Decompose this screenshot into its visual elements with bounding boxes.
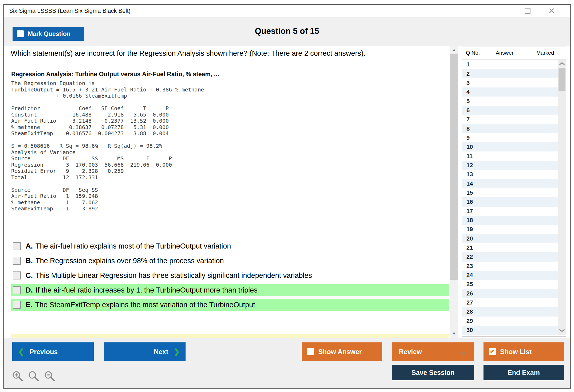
row-q-no: 12 <box>462 162 483 169</box>
question-list-row-30[interactable]: 30 <box>462 326 558 335</box>
maximize-button[interactable] <box>522 6 533 16</box>
option-checkbox[interactable] <box>13 271 21 279</box>
previous-button[interactable]: ❮ Previous <box>12 342 94 361</box>
question-list-scrollbar[interactable] <box>558 60 566 335</box>
option-e[interactable]: E.The SteamExitTemp explains the most va… <box>11 299 449 311</box>
question-list-row-14[interactable]: 14 <box>462 179 558 188</box>
content-scrollbar[interactable]: ▲ ▼ <box>450 46 458 338</box>
question-list-row-26[interactable]: 26 <box>462 289 558 298</box>
question-list-row-21[interactable]: 21 <box>462 243 558 252</box>
title-bar: Six Sigma LSSBB (Lean Six Sigma Black Be… <box>4 5 570 17</box>
option-c[interactable]: C.This Multiple Linear Regression has th… <box>11 270 449 281</box>
question-list-row-3[interactable]: 3 <box>462 78 558 87</box>
question-list-header: Q No. Answer Marked <box>462 46 566 60</box>
question-list-row-15[interactable]: 15 <box>462 188 558 197</box>
question-list-row-18[interactable]: 18 <box>462 216 558 225</box>
scroll-up-arrow-icon[interactable]: ▲ <box>450 47 458 52</box>
option-letter: B. <box>26 257 33 265</box>
row-q-no: 2 <box>462 70 483 77</box>
question-list-row-27[interactable]: 27 <box>462 298 558 307</box>
row-q-no: 11 <box>462 153 483 160</box>
scroll-down-arrow-icon[interactable]: ▼ <box>450 331 458 336</box>
zoom-controls <box>12 370 56 382</box>
question-content-area: Which statement(s) are incorrect for the… <box>4 46 450 338</box>
option-letter: A. <box>26 242 33 250</box>
content-scrollbar-thumb[interactable] <box>450 54 458 280</box>
option-checkbox[interactable] <box>13 286 21 294</box>
question-list-row-7[interactable]: 7 <box>462 115 558 124</box>
question-list-row-23[interactable]: 23 <box>462 262 558 271</box>
regression-analysis-title: Regression Analysis: Turbine Output vers… <box>11 71 219 78</box>
zoom-out-icon[interactable] <box>44 370 56 382</box>
question-list-row-28[interactable]: 28 <box>462 307 558 316</box>
show-list-label: Show List <box>500 348 532 356</box>
column-header-qno: Q No. <box>462 50 487 56</box>
zoom-in-icon[interactable] <box>12 370 23 382</box>
option-checkbox[interactable] <box>13 242 21 250</box>
option-b[interactable]: B.The Regression explains over 98% of th… <box>11 255 449 267</box>
question-list-row-5[interactable]: 5 <box>462 97 558 106</box>
option-checkbox[interactable] <box>13 257 21 265</box>
row-q-no: 4 <box>462 89 483 95</box>
question-list-row-29[interactable]: 29 <box>462 317 558 326</box>
review-button[interactable]: Review ▲ <box>392 342 474 361</box>
row-q-no: 25 <box>462 281 483 288</box>
question-list-row-20[interactable]: 20 <box>462 234 558 243</box>
row-q-no: 9 <box>462 134 483 141</box>
question-list-row-17[interactable]: 17 <box>462 207 558 216</box>
question-list-row-10[interactable]: 10 <box>462 142 558 151</box>
row-q-no: 24 <box>462 272 483 279</box>
end-exam-button[interactable]: End Exam <box>483 365 564 380</box>
minimize-button[interactable] <box>496 6 508 16</box>
regression-output: The Regression Equation is TurbineOutput… <box>11 80 204 212</box>
question-list-row-25[interactable]: 25 <box>462 280 558 289</box>
row-q-no: 29 <box>462 318 483 325</box>
row-q-no: 5 <box>462 98 483 105</box>
question-list-row-1[interactable]: 1 <box>462 60 558 69</box>
list-scroll-down-icon[interactable] <box>559 328 565 333</box>
row-q-no: 19 <box>462 226 483 233</box>
option-text: This Multiple Linear Regression has thre… <box>36 271 312 280</box>
show-answer-button[interactable]: Show Answer <box>302 342 382 361</box>
review-label: Review <box>399 348 422 356</box>
show-list-checkbox[interactable]: ✔ <box>489 348 496 355</box>
show-list-button[interactable]: ✔ Show List <box>483 342 564 361</box>
close-button[interactable]: ✕ <box>546 6 557 16</box>
question-list-scrollbar-thumb[interactable] <box>559 68 565 91</box>
question-list-row-4[interactable]: 4 <box>462 87 558 97</box>
question-list-row-19[interactable]: 19 <box>462 225 558 234</box>
zoom-reset-icon[interactable] <box>28 370 40 382</box>
question-list-row-2[interactable]: 2 <box>462 69 558 78</box>
list-scroll-up-icon[interactable] <box>559 61 565 66</box>
app-window: Six Sigma LSSBB (Lean Six Sigma Black Be… <box>3 4 571 389</box>
question-list-row-16[interactable]: 16 <box>462 197 558 206</box>
row-q-no: 15 <box>462 189 483 196</box>
question-list-row-11[interactable]: 11 <box>462 151 558 161</box>
row-q-no: 14 <box>462 180 483 187</box>
row-q-no: 13 <box>462 171 483 178</box>
show-answer-checkbox[interactable] <box>307 348 314 355</box>
save-session-button[interactable]: Save Session <box>392 365 474 380</box>
option-d[interactable]: D.If the air-fuel ratio increases by 1, … <box>11 284 449 296</box>
question-list-row-24[interactable]: 24 <box>462 271 558 280</box>
question-list-row-9[interactable]: 9 <box>462 133 558 142</box>
next-chevron-icon: ❯ <box>174 348 180 355</box>
option-checkbox[interactable] <box>13 301 21 309</box>
question-list-row-22[interactable]: 22 <box>462 252 558 261</box>
next-button[interactable]: Next ❯ <box>104 342 186 361</box>
row-q-no: 22 <box>462 253 483 260</box>
option-text: If the air-fuel ratio increases by 1, th… <box>36 286 257 294</box>
question-list-row-8[interactable]: 8 <box>462 124 558 133</box>
row-q-no: 26 <box>462 290 483 297</box>
previous-label: Previous <box>30 348 58 356</box>
row-q-no: 10 <box>462 143 483 150</box>
footer-bar: ❮ Previous Next ❯ Show Answer Review ▲ ✔… <box>4 338 570 388</box>
row-q-no: 7 <box>462 116 483 123</box>
row-q-no: 8 <box>462 125 483 132</box>
question-list-row-6[interactable]: 6 <box>462 106 558 115</box>
question-list-row-12[interactable]: 12 <box>462 161 558 170</box>
show-answer-label: Show Answer <box>318 348 362 356</box>
option-letter: C. <box>26 271 33 280</box>
option-a[interactable]: A.The air-fuel ratio explains most of th… <box>11 240 449 252</box>
question-list-row-13[interactable]: 13 <box>462 170 558 179</box>
